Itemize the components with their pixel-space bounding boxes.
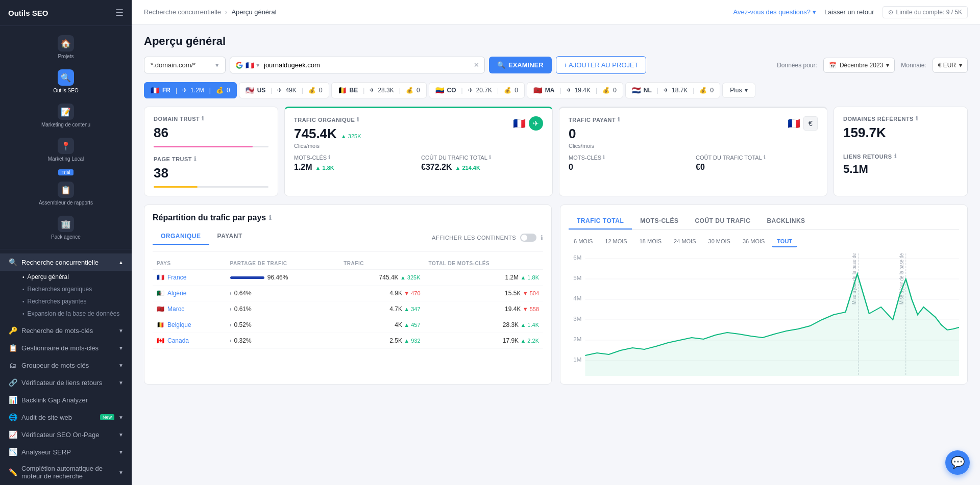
examine-button[interactable]: 🔍 EXAMINER bbox=[489, 57, 552, 73]
nav-onpage[interactable]: 📈 Vérificateur SEO On-Page ▼ bbox=[0, 426, 132, 443]
time-18[interactable]: 18 MOIS bbox=[634, 236, 667, 247]
nav-serp[interactable]: 📉 Analyseur SERP ▼ bbox=[0, 443, 132, 461]
search-icon: 🔍 bbox=[497, 61, 505, 69]
chart-tab-total[interactable]: TRAFIC TOTAL bbox=[569, 213, 632, 229]
help-link[interactable]: Avez-vous des questions? ▾ bbox=[733, 8, 817, 16]
breadcrumb-separator: › bbox=[225, 8, 227, 16]
sidebar-toggle-icon[interactable]: ☰ bbox=[115, 7, 124, 18]
country-tab-fr[interactable]: 🇫🇷 FR | ✈ 1.2M | 💰 0 bbox=[144, 82, 237, 98]
subnav-apercu[interactable]: Aperçu général bbox=[14, 271, 132, 283]
nav-marketing-local[interactable]: 📍 Marketing Local bbox=[40, 133, 92, 167]
country-link[interactable]: 🇧🇪 Belgique bbox=[157, 321, 222, 328]
country-tab-co[interactable]: 🇨🇴 CO | ✈ 20.7K | 💰 0 bbox=[429, 82, 525, 98]
paid-cost: COÛT DU TRAFIC TOTAL ℹ €0 bbox=[696, 154, 818, 172]
backlinks-icon: 🔗 bbox=[8, 378, 17, 387]
domain-filter-select[interactable]: *.domain.com/* ▾ bbox=[144, 57, 226, 73]
info-icon[interactable]: ℹ bbox=[202, 115, 204, 122]
breadcrumb: Recherche concurrentielle › Aperçu génér… bbox=[144, 8, 277, 16]
country-tab-ma[interactable]: 🇲🇦 MA | ✈ 19.4K | 💰 0 bbox=[527, 82, 623, 98]
country-tab-be[interactable]: 🇧🇪 BE | ✈ 28.3K | 💰 0 bbox=[331, 82, 427, 98]
breadcrumb-parent[interactable]: Recherche concurrentielle bbox=[144, 8, 221, 16]
info-icon2[interactable]: ℹ bbox=[194, 156, 197, 162]
subnav-organiques[interactable]: Recherches organiques bbox=[14, 283, 132, 295]
subnav-expansion[interactable]: Expansion de la base de données bbox=[14, 308, 132, 320]
nav-projects[interactable]: 🏠 Projets bbox=[50, 30, 82, 64]
nav-gestionnaire[interactable]: 📋 Gestionnaire de mots-clés ▼ bbox=[0, 339, 132, 356]
time-30[interactable]: 30 MOIS bbox=[703, 236, 736, 247]
info-icon6[interactable]: ℹ bbox=[618, 116, 620, 123]
domain-trust-bar bbox=[154, 146, 253, 147]
time-6[interactable]: 6 MOIS bbox=[569, 236, 598, 247]
traffic-cell: 4.9K ▼ 470 bbox=[339, 286, 424, 301]
nav-assembleur[interactable]: 📋 Assembleur de rapports bbox=[31, 176, 101, 211]
clear-search-icon[interactable]: ✕ bbox=[474, 61, 479, 69]
table-row: 🇧🇪 Belgique 0.52% 4K ▲ 457 28.3K ▲ 1.4K bbox=[153, 317, 543, 333]
paid-inner-grid: MOTS-CLÉS ℹ 0 COÛT DU TRAFIC TOTAL ℹ bbox=[569, 154, 818, 172]
info-icon8[interactable]: ℹ bbox=[764, 154, 766, 161]
feedback-link[interactable]: Laisser un retour bbox=[824, 8, 874, 16]
serp-icon: 📉 bbox=[8, 447, 17, 456]
chat-button[interactable]: 💬 bbox=[945, 450, 970, 475]
nav-groupeur[interactable]: 🗂 Groupeur de mots-clés ▼ bbox=[0, 356, 132, 374]
nav-gap[interactable]: 📊 Backlink Gap Analyzer bbox=[0, 391, 132, 409]
audit-icon: 🌐 bbox=[8, 413, 17, 422]
tab-organic[interactable]: ORGANIQUE bbox=[153, 228, 209, 245]
nav-outils-seo[interactable]: 🔍 Outils SEO bbox=[45, 64, 86, 98]
country-link[interactable]: 🇫🇷 France bbox=[157, 274, 222, 281]
nav-mots-cles[interactable]: 🔑 Recherche de mots-clés ▼ bbox=[0, 322, 132, 339]
nav-backlinks[interactable]: 🔗 Vérificateur de liens retours ▼ bbox=[0, 374, 132, 391]
time-tout[interactable]: TOUT bbox=[772, 236, 797, 247]
time-24[interactable]: 24 MOIS bbox=[669, 236, 701, 247]
time-12[interactable]: 12 MOIS bbox=[600, 236, 632, 247]
nav-completion[interactable]: ✏️ Complétion automatique de moteur de r… bbox=[0, 461, 132, 484]
add-project-button[interactable]: + AJOUTER AU PROJET bbox=[556, 56, 646, 74]
domain-trust-progress bbox=[154, 146, 268, 147]
nav-section-competitive: 🔍 Recherche concurrentielle ▲ Aperçu gén… bbox=[0, 253, 132, 320]
info-icon12[interactable]: ℹ bbox=[541, 234, 543, 242]
info-icon11[interactable]: ℹ bbox=[269, 214, 272, 221]
info-icon5[interactable]: ℹ bbox=[489, 154, 491, 161]
share-bar bbox=[230, 340, 231, 342]
info-icon4[interactable]: ℹ bbox=[328, 154, 330, 161]
currency-select[interactable]: € EUR ▾ bbox=[933, 58, 968, 73]
subnav-payantes[interactable]: Recherches payantes bbox=[14, 295, 132, 308]
referrer-label: DOMAINES RÉFÉRENTS ℹ bbox=[843, 115, 958, 122]
nav-pack-agence[interactable]: 🏢 Pack agence bbox=[43, 211, 89, 245]
nav-marketing-contenu[interactable]: 📝 Marketing de contenu bbox=[33, 98, 99, 133]
svg-text:3M: 3M bbox=[573, 316, 581, 322]
data-controls: Données pour: 📅 Décembre 2023 ▾ Monnaie:… bbox=[777, 58, 968, 73]
more-countries-button[interactable]: Plus ▾ bbox=[722, 83, 755, 98]
referrer-value: 159.7K bbox=[843, 125, 958, 141]
sidebar-header: Outils SEO ☰ bbox=[0, 0, 132, 26]
new-badge: New bbox=[100, 414, 114, 420]
country-link[interactable]: 🇲🇦 Maroc bbox=[157, 305, 222, 313]
chart-tab-keywords[interactable]: MOTS-CLÉS bbox=[632, 213, 687, 229]
paid-keywords: MOTS-CLÉS ℹ 0 bbox=[569, 154, 691, 172]
tab-paid[interactable]: PAYANT bbox=[209, 228, 251, 245]
domain-search-input[interactable] bbox=[264, 57, 470, 73]
keywords-cell: 1.2M ▲ 1.8K bbox=[425, 270, 543, 286]
info-icon9[interactable]: ℹ bbox=[916, 115, 918, 122]
country-link[interactable]: 🇩🇿 Algérie bbox=[157, 290, 222, 297]
continents-toggle[interactable] bbox=[520, 234, 536, 242]
gap-icon: 📊 bbox=[8, 395, 17, 404]
table-row: 🇨🇦 Canada 0.32% 2.5K ▲ 932 17.9K ▲ 2.2K bbox=[153, 333, 543, 349]
info-icon7[interactable]: ℹ bbox=[603, 154, 605, 161]
completion-icon: ✏️ bbox=[8, 468, 17, 477]
domain-trust-card: DOMAIN TRUST ℹ 86 PAGE TRUST ℹ 38 bbox=[144, 107, 278, 196]
time-36[interactable]: 36 MOIS bbox=[738, 236, 770, 247]
chart-tab-backlinks[interactable]: BACKLINKS bbox=[758, 213, 813, 229]
nav-audit[interactable]: 🌐 Audit de site web New ▼ bbox=[0, 409, 132, 426]
page-trust-progress bbox=[154, 186, 268, 188]
info-icon10[interactable]: ℹ bbox=[894, 153, 897, 160]
country-link[interactable]: 🇨🇦 Canada bbox=[157, 337, 222, 344]
chart-tab-cost[interactable]: COÛT DU TRAFIC bbox=[687, 213, 758, 229]
country-tab-nl[interactable]: 🇳🇱 NL | ✈ 18.7K | 💰 0 bbox=[625, 82, 720, 98]
share-cell: 0.64% bbox=[226, 286, 340, 301]
nav-recherche-concurrentielle[interactable]: 🔍 Recherche concurrentielle ▲ bbox=[0, 253, 132, 271]
flag-dropdown-icon: ▾ bbox=[256, 61, 260, 69]
info-icon3[interactable]: ℹ bbox=[357, 116, 359, 123]
date-select[interactable]: 📅 Décembre 2023 ▾ bbox=[823, 58, 895, 73]
country-tab-us[interactable]: 🇺🇸 US | ✈ 49K | 💰 0 bbox=[239, 82, 329, 98]
metrics-row: DOMAIN TRUST ℹ 86 PAGE TRUST ℹ 38 bbox=[144, 107, 968, 196]
